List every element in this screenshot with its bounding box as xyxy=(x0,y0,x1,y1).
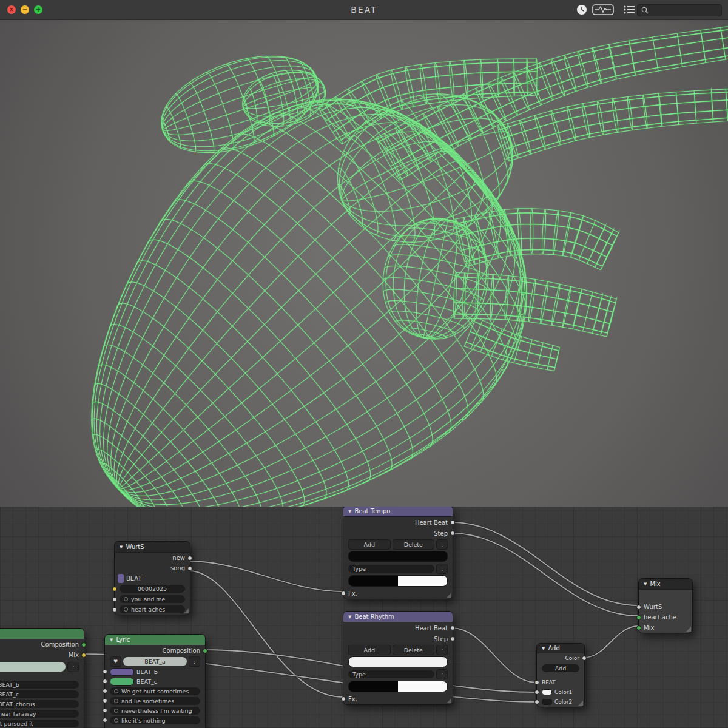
color2-swatch[interactable] xyxy=(542,699,552,705)
add-button[interactable]: Add xyxy=(348,645,391,655)
track-field[interactable]: BEAT_c xyxy=(0,690,79,698)
input-label: heart ache xyxy=(644,614,676,621)
socket-input-wurts[interactable] xyxy=(636,605,641,610)
output-label: Color xyxy=(565,655,580,661)
operation-dropdown[interactable]: Add xyxy=(542,664,579,672)
type-dropdown[interactable]: Type xyxy=(348,565,434,573)
clock-icon[interactable] xyxy=(576,4,587,18)
menu-button[interactable]: : xyxy=(436,564,448,574)
color-swatch[interactable] xyxy=(348,656,448,667)
node-editor[interactable]: ▼WurtS new song BEAT 00002025 you and me… xyxy=(0,507,728,728)
node-beat-rhythm[interactable]: ▼Beat Rhythm Heart Beat Step Add Delete … xyxy=(343,611,453,705)
node-add[interactable]: ▼Add Color Add BEAT Color1 Color2 xyxy=(536,643,585,707)
menu-button[interactable]: : xyxy=(189,656,200,667)
socket-input-mix[interactable] xyxy=(636,625,641,630)
menu-button[interactable]: : xyxy=(436,669,448,679)
resize-grip[interactable] xyxy=(686,627,691,632)
socket-input-color1[interactable] xyxy=(534,690,539,695)
search-input[interactable] xyxy=(637,4,722,16)
socket-input-beat[interactable] xyxy=(534,680,539,685)
resize-grip[interactable] xyxy=(447,698,451,703)
socket-output-color[interactable] xyxy=(582,656,587,661)
socket-line[interactable] xyxy=(103,689,107,693)
socket-output-mix[interactable] xyxy=(81,653,86,658)
socket-output-step[interactable] xyxy=(450,531,455,536)
resize-grip[interactable] xyxy=(447,593,451,598)
input-label: BEAT xyxy=(542,679,556,686)
menu-button[interactable]: : xyxy=(436,645,448,655)
text-field[interactable]: you and me xyxy=(120,595,185,603)
color-ramp[interactable] xyxy=(348,575,448,587)
viewport-3d-heart-wireframe[interactable] xyxy=(0,19,728,507)
socket-output-heart-beat[interactable] xyxy=(450,520,455,525)
menu-button[interactable]: : xyxy=(436,539,448,550)
socket-input-you-and-me[interactable] xyxy=(112,597,117,602)
add-button[interactable]: Add xyxy=(348,539,391,550)
track-field[interactable]: hear faraway xyxy=(0,710,79,718)
socket-output-heart-beat[interactable] xyxy=(450,625,455,630)
collapse-icon[interactable]: ▼ xyxy=(348,615,351,619)
color-swatch[interactable] xyxy=(348,551,448,562)
id-value-field[interactable]: 00002025 xyxy=(120,585,185,593)
color1-swatch[interactable] xyxy=(542,689,552,695)
selected-color-swatch[interactable] xyxy=(0,662,66,672)
socket-line[interactable] xyxy=(103,698,107,703)
waveform-icon[interactable] xyxy=(592,4,614,18)
type-dropdown[interactable]: Type xyxy=(348,670,434,678)
output-label: new xyxy=(172,554,185,561)
lyric-line-field[interactable]: nevertheless I'm waiting xyxy=(110,707,200,715)
lyric-line-field[interactable]: We get hurt sometimes xyxy=(110,687,200,695)
track-color-swatch[interactable] xyxy=(110,668,134,676)
socket-track[interactable] xyxy=(103,669,107,674)
output-label: Composition xyxy=(41,641,79,648)
socket-input-color2[interactable] xyxy=(534,699,539,704)
collapse-icon[interactable]: ▼ xyxy=(542,646,545,651)
socket-track[interactable] xyxy=(103,679,107,684)
wire-song-to-tempo-fx[interactable] xyxy=(189,561,343,592)
track-selector[interactable]: BEAT_a xyxy=(123,657,187,666)
wire-step-to-mix[interactable] xyxy=(452,533,638,616)
node-title: Beat Tempo xyxy=(354,508,390,514)
collapse-icon[interactable]: ▼ xyxy=(120,545,123,550)
track-label: BEAT_c xyxy=(136,678,157,685)
socket-output-new[interactable] xyxy=(187,556,192,561)
node-beat-tempo[interactable]: ▼Beat Tempo Heart Beat Step Add Delete :… xyxy=(343,507,453,599)
socket-input-heart-ache[interactable] xyxy=(636,615,641,620)
socket-input-fx[interactable] xyxy=(341,591,346,596)
track-field[interactable]: BEAT_chorus xyxy=(0,700,79,708)
socket-output-step[interactable] xyxy=(450,636,455,641)
node-wurts[interactable]: ▼WurtS new song BEAT 00002025 you and me… xyxy=(114,541,190,615)
list-icon[interactable] xyxy=(622,4,636,18)
collapse-icon[interactable]: ▼ xyxy=(644,582,647,587)
lyric-line-field[interactable]: like it's nothing xyxy=(110,716,200,724)
node-left-lyric[interactable]: Composition Mix : BEAT_b BEAT_c BEAT_cho… xyxy=(0,628,84,728)
delete-button[interactable]: Delete xyxy=(393,645,435,655)
color-ramp[interactable] xyxy=(348,681,448,692)
text-field[interactable]: heart aches xyxy=(120,605,185,613)
track-field[interactable]: BEAT_b xyxy=(0,681,79,689)
delete-button[interactable]: Delete xyxy=(393,539,435,550)
socket-output-song[interactable] xyxy=(187,566,192,571)
socket-input-id[interactable] xyxy=(112,587,117,592)
socket-output-composition[interactable] xyxy=(203,649,207,653)
menu-button[interactable]: : xyxy=(67,662,79,672)
resize-grip[interactable] xyxy=(578,701,583,706)
wire-addcolor-to-mix[interactable] xyxy=(584,626,638,658)
wire-rhythm-to-add[interactable] xyxy=(452,628,536,682)
collapse-icon[interactable]: ▼ xyxy=(348,509,351,514)
socket-input-fx[interactable] xyxy=(341,696,346,701)
socket-line[interactable] xyxy=(103,718,107,723)
node-mix[interactable]: ▼Mix WurtS heart ache Mix xyxy=(638,578,693,633)
collapse-icon[interactable]: ▼ xyxy=(110,638,113,642)
lyric-line-field[interactable]: and lie sometimes xyxy=(110,697,200,705)
socket-output-composition[interactable] xyxy=(81,642,86,647)
track-field[interactable]: it pursued it xyxy=(0,720,79,727)
track-color-swatch[interactable] xyxy=(110,678,134,686)
output-label: Step xyxy=(434,636,448,642)
socket-line[interactable] xyxy=(103,708,107,713)
resize-grip[interactable] xyxy=(184,608,189,613)
socket-input-heart-aches[interactable] xyxy=(112,607,117,612)
wire-heartbeat-to-mix[interactable] xyxy=(452,522,638,605)
node-lyric[interactable]: ▼Lyric Composition ♥ BEAT_a : BEAT_b BEA… xyxy=(104,634,206,728)
heart-icon[interactable]: ♥ xyxy=(110,656,121,667)
